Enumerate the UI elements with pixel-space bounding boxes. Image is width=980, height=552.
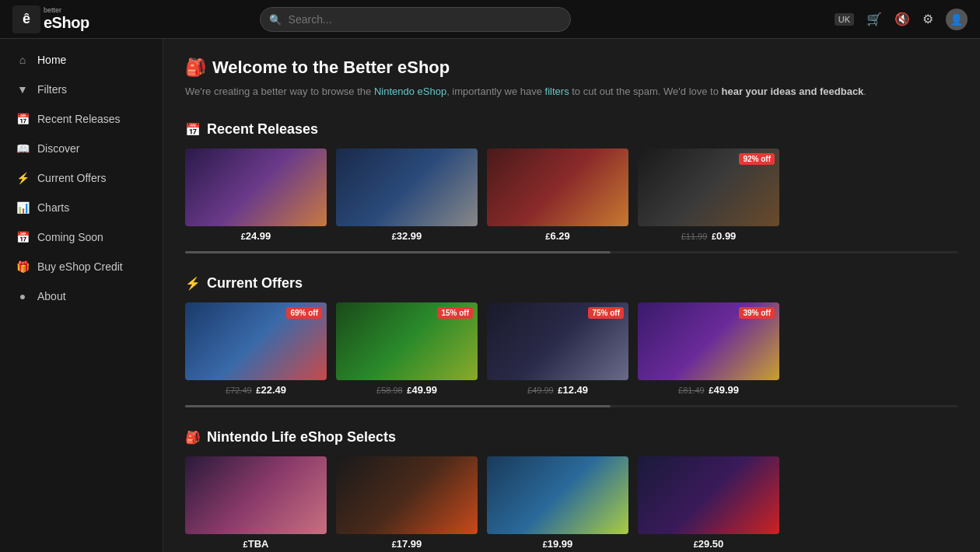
game-price-rangers: £29.50 — [638, 538, 779, 550]
game-price-arcade: £6.29 — [487, 230, 628, 242]
game-card-hotshot[interactable]: £17.99 — [336, 456, 478, 550]
avatar[interactable]: 👤 — [946, 9, 968, 30]
game-thumb-freedom — [336, 148, 478, 226]
sidebar-item-coming-soon[interactable]: 📅 Coming Soon — [0, 222, 163, 252]
recent-releases-section: 📅 Recent Releases £24.99 — [185, 121, 958, 253]
game-price-victory: £19.99 — [487, 538, 628, 550]
game-thumb-sniper: 92% off — [638, 148, 779, 226]
sidebar-label-recent-releases: Recent Releases — [37, 113, 121, 125]
about-icon: ● — [16, 290, 30, 302]
sidebar-item-charts[interactable]: 📊 Charts — [0, 193, 163, 222]
logo-better-label: better — [44, 7, 89, 15]
current-offers-icon: ⚡ — [16, 172, 30, 184]
game-price-luigi: £58.98 £49.99 — [336, 384, 478, 396]
filters-link[interactable]: filters — [545, 86, 569, 97]
search-input[interactable] — [260, 7, 571, 32]
sidebar-label-home: Home — [37, 54, 66, 66]
game-price-taiko: £TBA — [185, 538, 327, 550]
current-offers-section-icon: ⚡ — [185, 276, 201, 291]
sidebar: ⌂ Home ▼ Filters 📅 Recent Releases 📖 Dis… — [0, 39, 163, 552]
sidebar-label-about: About — [37, 290, 66, 302]
game-thumb-arcade — [487, 148, 628, 226]
logo[interactable]: ê better eShop — [12, 5, 121, 33]
game-card-arcade[interactable]: £6.29 — [487, 148, 628, 242]
game-price-hotshot: £17.99 — [336, 538, 478, 550]
buy-credit-icon: 🎁 — [16, 260, 30, 273]
game-card-hogwarts[interactable]: 75% off £49.99 £12.49 — [487, 302, 628, 396]
volume-icon: 🔇 — [894, 12, 910, 26]
logo-eshop-label: eShop — [44, 14, 89, 31]
sidebar-item-about[interactable]: ● About — [0, 281, 163, 311]
current-offers-section: ⚡ Current Offers 69% off £72.49 £22.49 — [185, 275, 958, 407]
search-container: 🔍 — [260, 7, 571, 32]
header-actions: UK 🛒 🔇 ⚙ 👤 — [835, 9, 968, 30]
welcome-desc: We're creating a better way to browse th… — [185, 84, 958, 100]
eshop-link[interactable]: Nintendo eShop — [374, 86, 446, 97]
game-card-pokemon[interactable]: 39% off £81.49 £49.99 — [638, 302, 779, 396]
sidebar-item-home[interactable]: ⌂ Home — [0, 45, 163, 75]
nintendo-selects-section: 🎒 Nintendo Life eShop Selects £TBA — [185, 429, 958, 553]
settings-icon: ⚙ — [922, 12, 933, 26]
home-icon: ⌂ — [16, 54, 30, 66]
header: ê better eShop 🔍 UK 🛒 🔇 ⚙ 👤 — [0, 0, 980, 39]
cart-icon: 🛒 — [866, 12, 882, 26]
sidebar-item-buy-credit[interactable]: 🎁 Buy eShop Credit — [0, 252, 163, 281]
discount-badge-sniper: 92% off — [739, 153, 775, 165]
search-icon: 🔍 — [269, 13, 282, 25]
sidebar-label-coming-soon: Coming Soon — [37, 231, 103, 243]
game-price-freedom: £32.99 — [336, 230, 478, 242]
filters-icon: ▼ — [16, 83, 30, 96]
game-card-victory[interactable]: £19.99 — [487, 456, 628, 550]
sidebar-item-filters[interactable]: ▼ Filters — [0, 75, 163, 104]
game-thumb-ys — [185, 148, 327, 226]
nintendo-selects-title: 🎒 Nintendo Life eShop Selects — [185, 429, 958, 445]
recent-releases-icon: 📅 — [16, 113, 30, 125]
discount-badge-luigi: 15% off — [437, 307, 473, 319]
game-thumb-mariokart: 69% off — [185, 302, 327, 380]
game-card-rangers[interactable]: £29.50 — [638, 456, 779, 550]
sidebar-item-discover[interactable]: 📖 Discover — [0, 134, 163, 163]
feedback-link[interactable]: hear your ideas and feedback — [722, 86, 864, 97]
recent-releases-scrollbar — [185, 251, 958, 253]
game-price-ys: £24.99 — [185, 230, 327, 242]
game-card-freedom[interactable]: £32.99 — [336, 148, 478, 242]
logo-text: better eShop — [44, 7, 89, 32]
nintendo-selects-icon: 🎒 — [185, 430, 201, 445]
avatar-icon: 👤 — [950, 13, 963, 26]
discount-badge-mariokart: 69% off — [286, 307, 322, 319]
game-thumb-hotshot — [336, 456, 478, 534]
game-thumb-pokemon: 39% off — [638, 302, 779, 380]
coming-soon-icon: 📅 — [16, 231, 30, 243]
discover-icon: 📖 — [16, 142, 30, 155]
game-card-luigi[interactable]: 15% off £58.98 £49.99 — [336, 302, 478, 396]
welcome-section: 🎒 Welcome to the Better eShop We're crea… — [185, 58, 958, 100]
charts-icon: 📊 — [16, 201, 30, 214]
game-thumb-rangers — [638, 456, 779, 534]
recent-releases-scrollbar-thumb — [185, 251, 611, 253]
current-offers-row[interactable]: 69% off £72.49 £22.49 15% off £58.98 — [185, 302, 958, 404]
recent-releases-row[interactable]: £24.99 £32.99 — [185, 148, 958, 250]
welcome-title: 🎒 Welcome to the Better eShop — [185, 58, 958, 78]
game-thumb-taiko — [185, 456, 327, 534]
body-layout: ⌂ Home ▼ Filters 📅 Recent Releases 📖 Dis… — [0, 39, 980, 552]
nintendo-selects-row[interactable]: £TBA £17.99 — [185, 456, 958, 553]
game-card-mariokart[interactable]: 69% off £72.49 £22.49 — [185, 302, 327, 396]
recent-releases-section-icon: 📅 — [185, 122, 201, 137]
game-card-ys[interactable]: £24.99 — [185, 148, 327, 242]
game-thumb-hogwarts: 75% off — [487, 302, 628, 380]
game-thumb-luigi: 15% off — [336, 302, 478, 380]
sidebar-label-current-offers: Current Offers — [37, 172, 106, 184]
game-thumb-victory — [487, 456, 628, 534]
game-price-sniper: £11.99 £0.99 — [638, 230, 779, 242]
game-card-taiko[interactable]: £TBA — [185, 456, 327, 550]
sidebar-item-recent-releases[interactable]: 📅 Recent Releases — [0, 104, 163, 134]
current-offers-scrollbar — [185, 405, 958, 407]
sidebar-label-charts: Charts — [37, 201, 69, 214]
cart-button[interactable]: 🛒 — [866, 12, 882, 26]
current-offers-scrollbar-thumb — [185, 405, 611, 407]
game-card-sniper[interactable]: 92% off £11.99 £0.99 — [638, 148, 779, 242]
settings-button[interactable]: ⚙ — [922, 12, 933, 26]
main-content: 🎒 Welcome to the Better eShop We're crea… — [163, 39, 980, 552]
volume-button[interactable]: 🔇 — [894, 12, 910, 26]
sidebar-item-current-offers[interactable]: ⚡ Current Offers — [0, 163, 163, 193]
